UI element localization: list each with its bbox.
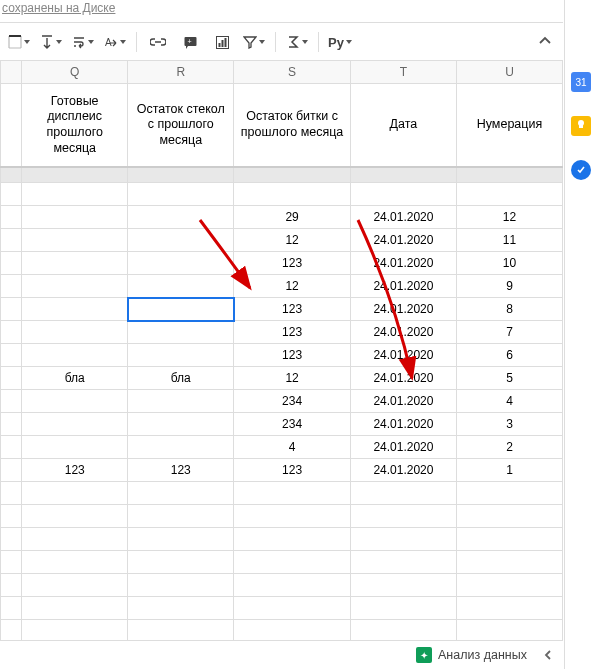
cell[interactable] — [350, 620, 456, 642]
cell[interactable] — [22, 551, 128, 574]
cell[interactable] — [128, 551, 234, 574]
row-stub[interactable] — [1, 298, 22, 321]
cell[interactable] — [128, 436, 234, 459]
cell[interactable] — [22, 321, 128, 344]
row-stub[interactable] — [1, 367, 22, 390]
cell[interactable]: бла — [128, 367, 234, 390]
cell[interactable]: 1 — [456, 459, 562, 482]
cell[interactable] — [22, 183, 128, 206]
cell[interactable]: 24.01.2020 — [350, 321, 456, 344]
row-stub[interactable] — [1, 252, 22, 275]
col-header[interactable]: Остаток битки с прошлого месяца — [234, 84, 351, 168]
row-stub[interactable] — [1, 436, 22, 459]
filter-icon[interactable] — [239, 29, 269, 55]
cell[interactable] — [128, 390, 234, 413]
cell[interactable]: 24.01.2020 — [350, 390, 456, 413]
row-stub[interactable] — [1, 321, 22, 344]
cell[interactable]: 4 — [456, 390, 562, 413]
cell[interactable] — [128, 597, 234, 620]
cell[interactable] — [456, 574, 562, 597]
cell[interactable] — [456, 620, 562, 642]
cell[interactable]: 24.01.2020 — [350, 298, 456, 321]
cell[interactable] — [128, 344, 234, 367]
cell[interactable] — [22, 229, 128, 252]
border-top-icon[interactable] — [4, 29, 34, 55]
cell[interactable]: 2 — [456, 436, 562, 459]
row-stub[interactable] — [1, 528, 22, 551]
row-stub[interactable] — [1, 344, 22, 367]
row-stub[interactable] — [1, 505, 22, 528]
cell[interactable] — [22, 482, 128, 505]
row-stub[interactable] — [1, 597, 22, 620]
cell[interactable] — [350, 183, 456, 206]
col-letter[interactable]: R — [128, 61, 234, 84]
cell[interactable] — [128, 298, 234, 321]
cell[interactable] — [22, 298, 128, 321]
valign-icon[interactable] — [36, 29, 66, 55]
tasks-icon[interactable] — [571, 160, 591, 180]
cell[interactable] — [22, 436, 128, 459]
cell[interactable] — [128, 528, 234, 551]
col-letter[interactable]: T — [350, 61, 456, 84]
cell[interactable]: 234 — [234, 390, 351, 413]
explore-button[interactable]: ✦ Анализ данных — [410, 645, 533, 665]
cell[interactable] — [128, 252, 234, 275]
row-stub[interactable] — [1, 183, 22, 206]
side-panel-toggle-icon[interactable] — [541, 648, 555, 662]
col-header[interactable]: Остаток стекол с прошлого месяца — [128, 84, 234, 168]
cell[interactable]: 6 — [456, 344, 562, 367]
cell[interactable]: 24.01.2020 — [350, 459, 456, 482]
cell[interactable] — [456, 183, 562, 206]
cell[interactable]: 12 — [456, 206, 562, 229]
cell[interactable]: 24.01.2020 — [350, 413, 456, 436]
col-header[interactable]: Нумерация — [456, 84, 562, 168]
cell[interactable] — [22, 344, 128, 367]
cell[interactable] — [128, 183, 234, 206]
cell[interactable]: 123 — [22, 459, 128, 482]
cell[interactable]: 12 — [234, 229, 351, 252]
cell[interactable]: 123 — [128, 459, 234, 482]
cell[interactable] — [350, 528, 456, 551]
cell[interactable]: 24.01.2020 — [350, 436, 456, 459]
cell[interactable]: 24.01.2020 — [350, 229, 456, 252]
cell[interactable] — [128, 505, 234, 528]
cell[interactable] — [22, 275, 128, 298]
cell[interactable]: 29 — [234, 206, 351, 229]
cell[interactable] — [22, 528, 128, 551]
corner-cell[interactable] — [1, 61, 22, 84]
cell[interactable] — [456, 482, 562, 505]
wrap-icon[interactable] — [68, 29, 98, 55]
cell[interactable] — [128, 482, 234, 505]
cell[interactable] — [234, 620, 351, 642]
cell[interactable]: 123 — [234, 459, 351, 482]
cell[interactable]: 9 — [456, 275, 562, 298]
cell[interactable]: 123 — [234, 298, 351, 321]
cell[interactable] — [128, 413, 234, 436]
cell[interactable] — [22, 390, 128, 413]
link-icon[interactable] — [143, 29, 173, 55]
col-letter[interactable]: S — [234, 61, 351, 84]
cell[interactable] — [22, 574, 128, 597]
cell[interactable] — [22, 206, 128, 229]
spreadsheet-grid[interactable]: Q R S T U Готовые дисплеис прошлого меся… — [0, 60, 563, 641]
row-stub[interactable] — [1, 574, 22, 597]
cell[interactable] — [350, 597, 456, 620]
cell[interactable]: 12 — [234, 367, 351, 390]
cell[interactable] — [234, 482, 351, 505]
cell[interactable] — [22, 505, 128, 528]
cell[interactable]: 7 — [456, 321, 562, 344]
cell[interactable]: 24.01.2020 — [350, 344, 456, 367]
cell[interactable] — [128, 275, 234, 298]
cell[interactable] — [234, 528, 351, 551]
cell[interactable]: бла — [22, 367, 128, 390]
row-stub[interactable] — [1, 229, 22, 252]
col-header[interactable]: Дата — [350, 84, 456, 168]
row-stub[interactable] — [1, 482, 22, 505]
cell[interactable] — [456, 505, 562, 528]
col-letter[interactable]: U — [456, 61, 562, 84]
cell[interactable] — [234, 551, 351, 574]
cell[interactable] — [350, 482, 456, 505]
save-status-link[interactable]: сохранены на Диске — [2, 1, 115, 15]
cell[interactable]: 12 — [234, 275, 351, 298]
collapse-toolbar-icon[interactable] — [537, 33, 553, 49]
